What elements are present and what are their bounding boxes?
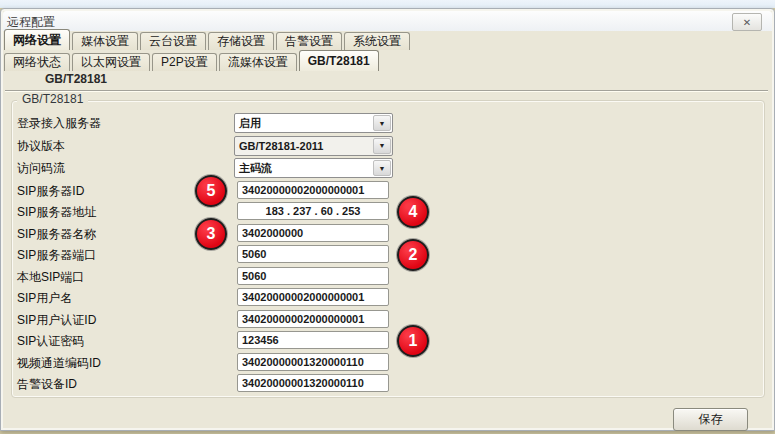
tab-p2p-settings[interactable]: P2P设置 <box>152 53 217 71</box>
chevron-down-icon: ▼ <box>373 138 391 154</box>
field-label: SIP服务器ID <box>17 181 84 201</box>
protocol-version-select[interactable]: GB/T28181-2011 ▼ <box>234 136 393 156</box>
form-row: SIP用户名 <box>1 288 774 308</box>
tab-stream-media-settings[interactable]: 流媒体设置 <box>219 53 297 71</box>
field-label: 访问码流 <box>17 158 65 178</box>
tab-network-status[interactable]: 网络状态 <box>4 53 70 71</box>
primary-tab-strip: 网络设置 媒体设置 云台设置 存储设置 告警设置 系统设置 <box>4 29 771 50</box>
sub-tab-strip: GB/T28181 <box>5 71 768 91</box>
tab-storage-settings[interactable]: 存储设置 <box>208 32 274 50</box>
combo-value: 启用 <box>235 116 373 131</box>
form-row: 本地SIP端口 <box>1 267 774 287</box>
sub-tab-gbt28181[interactable]: GB/T28181 <box>39 72 113 86</box>
field-label: 本地SIP端口 <box>17 267 84 287</box>
field-label: SIP服务器名称 <box>17 224 96 244</box>
local-sip-port-input[interactable] <box>237 267 389 285</box>
remote-config-dialog: 远程配置 ✕ 网络设置 媒体设置 云台设置 存储设置 告警设置 系统设置 网络状… <box>0 8 775 431</box>
close-icon: ✕ <box>743 17 751 28</box>
tab-network-settings[interactable]: 网络设置 <box>4 29 70 50</box>
form-row: 协议版本 GB/T28181-2011 ▼ <box>1 136 774 156</box>
tab-ptz-settings[interactable]: 云台设置 <box>140 32 206 50</box>
chevron-down-icon: ▼ <box>373 115 391 131</box>
save-button[interactable]: 保存 <box>673 408 748 431</box>
field-label: 视频通道编码ID <box>17 353 101 373</box>
tab-system-settings[interactable]: 系统设置 <box>344 32 410 50</box>
field-label: 协议版本 <box>17 136 65 156</box>
sip-auth-id-input[interactable] <box>237 310 389 328</box>
sip-server-port-input[interactable] <box>237 245 389 263</box>
tab-gbt28181[interactable]: GB/T28181 <box>299 50 379 71</box>
combo-value: 主码流 <box>235 161 373 176</box>
title-bar: 远程配置 ✕ <box>3 11 772 31</box>
form-row: SIP服务器端口 2 <box>1 245 774 265</box>
form-row: SIP认证密码 1 <box>1 331 774 351</box>
sip-server-id-input[interactable] <box>237 181 389 199</box>
field-label: SIP服务器地址 <box>17 202 96 222</box>
sip-auth-password-input[interactable] <box>237 331 389 349</box>
field-label: 登录接入服务器 <box>17 113 101 133</box>
form-row: SIP服务器地址 4 <box>1 202 774 222</box>
combo-value: GB/T28181-2011 <box>235 140 373 152</box>
sip-server-address-input[interactable] <box>237 202 389 220</box>
video-channel-id-input[interactable] <box>237 353 389 371</box>
sip-username-input[interactable] <box>237 288 389 306</box>
field-label: 告警设备ID <box>17 374 77 394</box>
tab-alarm-settings[interactable]: 告警设置 <box>276 32 342 50</box>
field-label: SIP用户名 <box>17 288 72 308</box>
secondary-tab-strip: 网络状态 以太网设置 P2P设置 流媒体设置 GB/T28181 <box>4 50 771 71</box>
form-row: 登录接入服务器 启用 ▼ <box>1 113 774 133</box>
form-row: SIP服务器ID 5 <box>1 181 774 201</box>
alarm-device-id-input[interactable] <box>237 374 389 392</box>
access-stream-select[interactable]: 主码流 ▼ <box>234 158 393 178</box>
groupbox-legend: GB/T28181 <box>17 92 88 106</box>
tab-ethernet-settings[interactable]: 以太网设置 <box>72 53 150 71</box>
field-label: SIP服务器端口 <box>17 245 96 265</box>
login-access-server-select[interactable]: 启用 ▼ <box>234 113 393 133</box>
field-label: SIP认证密码 <box>17 331 84 351</box>
form-row: SIP服务器名称 3 <box>1 224 774 244</box>
form-row: 访问码流 主码流 ▼ <box>1 158 774 178</box>
tab-media-settings[interactable]: 媒体设置 <box>72 32 138 50</box>
form-row: SIP用户认证ID <box>1 310 774 330</box>
form-row: 告警设备ID <box>1 374 774 394</box>
field-label: SIP用户认证ID <box>17 310 96 330</box>
chevron-down-icon: ▼ <box>373 160 391 176</box>
desktop-background: 远程配置 ✕ 网络设置 媒体设置 云台设置 存储设置 告警设置 系统设置 网络状… <box>0 0 775 434</box>
form-row: 视频通道编码ID <box>1 353 774 373</box>
sip-server-name-input[interactable] <box>237 224 389 242</box>
